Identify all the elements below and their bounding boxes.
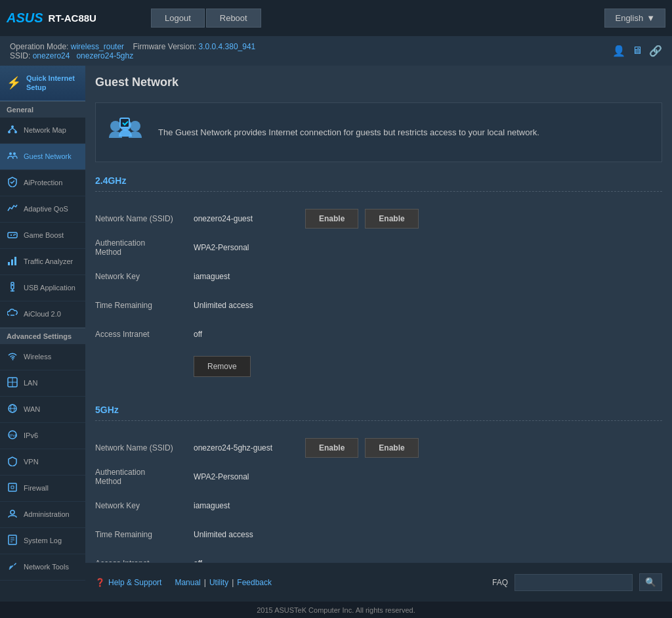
ssid-row-5: Network Name (SSID) onezero24-5ghz-guest… xyxy=(95,437,662,458)
ssid-row-24: Network Name (SSID) onezero24-guest Enab… xyxy=(95,208,662,229)
sidebar-item-traffic-analyzer[interactable]: Traffic Analyzer xyxy=(0,249,85,275)
sidebar: ⚡ Quick Internet Setup General Network M… xyxy=(0,66,85,602)
auth-row-24: AuthenticationMethod WPA2-Personal xyxy=(95,237,662,258)
sidebar-item-administration[interactable]: Administration xyxy=(0,502,85,528)
enable-btn-24-2[interactable]: Enable xyxy=(365,209,418,229)
time-label-5: Time Remaining xyxy=(95,530,194,539)
monitor-icon[interactable]: 🖥 xyxy=(632,45,642,57)
intranet-row-24: Access Intranet off xyxy=(95,324,662,345)
search-icon: 🔍 xyxy=(645,577,656,587)
svg-point-10 xyxy=(13,234,14,236)
info-bar: Operation Mode: wireless_router Firmware… xyxy=(0,36,672,66)
quick-internet-setup[interactable]: ⚡ Quick Internet Setup xyxy=(0,66,85,101)
sidebar-item-firewall[interactable]: Firewall xyxy=(0,475,85,502)
svg-point-16 xyxy=(12,359,14,360)
sidebar-item-aicloud[interactable]: AiCloud 2.0 xyxy=(0,301,85,328)
language-label: English xyxy=(615,13,643,23)
svg-rect-7 xyxy=(8,232,17,238)
administration-label: Administration xyxy=(24,510,70,519)
key-value-24: iamaguest xyxy=(194,272,292,281)
info-text: Operation Mode: wireless_router Firmware… xyxy=(10,42,255,60)
intranet-value-24: off xyxy=(194,330,292,339)
svg-point-2 xyxy=(14,131,17,133)
usb-application-icon xyxy=(7,282,18,294)
language-selector[interactable]: English ▼ xyxy=(604,9,665,28)
key-label-5: Network Key xyxy=(95,501,194,510)
key-label-24: Network Key xyxy=(95,272,194,281)
manual-link[interactable]: Manual xyxy=(175,578,200,587)
band-24ghz-divider xyxy=(95,191,662,192)
svg-point-0 xyxy=(11,125,14,128)
firmware-link[interactable]: 3.0.0.4.380_941 xyxy=(199,42,256,51)
wireless-icon xyxy=(7,351,18,363)
content-area: Guest Network xyxy=(85,66,672,602)
svg-line-3 xyxy=(9,128,12,131)
aicloud-icon xyxy=(7,308,18,320)
band-5ghz-title: 5GHz xyxy=(95,405,662,415)
enable-btn-24-1[interactable]: Enable xyxy=(305,209,358,229)
auth-label-5: AuthenticationMethod xyxy=(95,468,194,486)
faq-search-button[interactable]: 🔍 xyxy=(639,573,662,591)
asus-logo: ASUS xyxy=(7,11,43,26)
sidebar-item-usb-application[interactable]: USB Application xyxy=(0,275,85,301)
remove-row-24: Remove xyxy=(95,353,662,377)
svg-point-1 xyxy=(8,131,10,133)
sidebar-item-network-map[interactable]: Network Map xyxy=(0,118,85,144)
sidebar-item-aiprotection[interactable]: AiProtection xyxy=(0,170,85,196)
info-icons: 👤 🖥 🔗 xyxy=(612,45,662,57)
utility-link[interactable]: Utility xyxy=(209,578,228,587)
sidebar-item-system-log[interactable]: System Log xyxy=(0,528,85,554)
ssid-label: SSID: xyxy=(10,51,30,60)
guest-network-desc-icon xyxy=(106,113,145,152)
help-icon: ❓ xyxy=(95,578,105,587)
separator-1: | xyxy=(204,578,206,587)
key-row-5: Network Key iamaguest xyxy=(95,495,662,516)
copyright-text: 2015 ASUSTeK Computer Inc. All rights re… xyxy=(257,606,415,614)
time-value-5: Unlimited access xyxy=(194,530,292,539)
footer-right: FAQ 🔍 xyxy=(492,573,662,591)
sidebar-item-lan[interactable]: LAN xyxy=(0,370,85,397)
share-icon[interactable]: 🔗 xyxy=(649,45,662,57)
remove-btn-24[interactable]: Remove xyxy=(194,356,251,377)
administration-icon xyxy=(7,508,18,521)
user-icon[interactable]: 👤 xyxy=(612,45,625,57)
ssid-link-1[interactable]: onezero24 xyxy=(33,51,70,60)
reboot-button[interactable]: Reboot xyxy=(206,9,261,28)
vpn-icon xyxy=(7,456,18,468)
ssid-value-5: onezero24-5ghz-guest xyxy=(194,443,292,452)
sidebar-item-game-boost[interactable]: Game Boost xyxy=(0,223,85,249)
sidebar-item-adaptive-qos[interactable]: Adaptive QoS xyxy=(0,196,85,223)
sidebar-item-network-tools[interactable]: Network Tools xyxy=(0,554,85,581)
ipv6-label: IPv6 xyxy=(24,431,38,440)
band-5ghz-fields: Network Name (SSID) onezero24-5ghz-guest… xyxy=(95,431,662,562)
band-5ghz-divider xyxy=(95,420,662,421)
sidebar-item-guest-network[interactable]: Guest Network xyxy=(0,144,85,170)
intranet-row-5: Access Intranet off xyxy=(95,553,662,562)
traffic-analyzer-icon xyxy=(7,255,18,268)
intranet-label-24: Access Intranet xyxy=(95,330,194,339)
operation-mode-link[interactable]: wireless_router xyxy=(71,42,124,51)
sidebar-item-vpn[interactable]: VPN xyxy=(0,449,85,475)
logo-area: ASUS RT-AC88U xyxy=(7,11,138,26)
firmware-label: Firmware Version: xyxy=(133,42,196,51)
help-support: ❓ Help & Support xyxy=(95,578,161,587)
firewall-icon xyxy=(7,482,18,495)
feedback-link[interactable]: Feedback xyxy=(237,578,272,587)
sidebar-item-ipv6[interactable]: IPv6 IPv6 xyxy=(0,423,85,449)
game-boost-label: Game Boost xyxy=(24,231,64,240)
separator-2: | xyxy=(232,578,234,587)
auth-value-24: WPA2-Personal xyxy=(194,243,292,252)
auth-row-5: AuthenticationMethod WPA2-Personal xyxy=(95,466,662,487)
logout-button[interactable]: Logout xyxy=(151,9,205,28)
enable-btn-5-2[interactable]: Enable xyxy=(365,438,418,458)
ssid-link-2[interactable]: onezero24-5ghz xyxy=(76,51,133,60)
enable-btn-5-1[interactable]: Enable xyxy=(305,438,358,458)
svg-rect-13 xyxy=(11,259,13,265)
faq-search-input[interactable] xyxy=(514,574,633,591)
network-tools-label: Network Tools xyxy=(24,562,69,571)
sidebar-item-wan[interactable]: WAN xyxy=(0,397,85,423)
time-row-5: Time Remaining Unlimited access xyxy=(95,524,662,545)
aicloud-label: AiCloud 2.0 xyxy=(24,309,61,319)
sidebar-item-wireless[interactable]: Wireless xyxy=(0,344,85,370)
ssid-label-5: Network Name (SSID) xyxy=(95,443,194,452)
